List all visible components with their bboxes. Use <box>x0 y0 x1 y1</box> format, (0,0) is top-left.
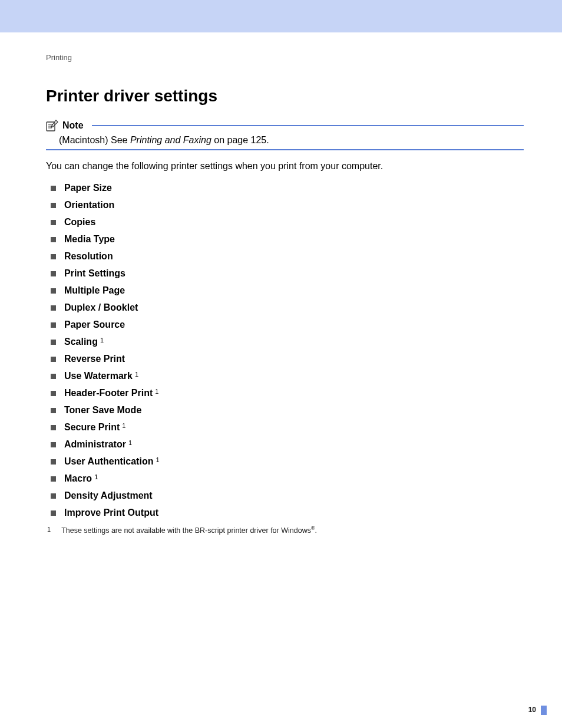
bullet-square-icon <box>51 425 56 430</box>
list-item-label: Multiple Page <box>64 285 125 296</box>
list-item-label: Administrator <box>64 439 126 450</box>
list-item: Secure Print1 <box>51 419 524 436</box>
list-item: Reverse Print <box>51 351 524 368</box>
list-item: Orientation <box>51 197 524 214</box>
list-item: Copies <box>51 214 524 231</box>
list-item: Media Type <box>51 231 524 248</box>
bullet-square-icon <box>51 271 56 276</box>
note-pencil-icon <box>46 120 59 131</box>
footnote-ref: 1 <box>94 473 98 480</box>
note-block: Note (Macintosh) See Printing and Faxing… <box>46 120 524 150</box>
bullet-square-icon <box>51 305 56 311</box>
list-item: Improve Print Output <box>51 505 524 522</box>
note-label: Note <box>62 120 84 131</box>
footnote-ref: 1 <box>100 337 104 344</box>
list-item-label: Macro <box>64 473 92 484</box>
list-item-label: Orientation <box>64 200 114 210</box>
page-number-bar <box>541 706 547 715</box>
list-item-label: Secure Print <box>64 422 120 433</box>
list-item-label: Duplex / Booklet <box>64 302 138 313</box>
list-item: Print Settings <box>51 265 524 282</box>
footnote-text-suffix: . <box>315 526 317 535</box>
footnote-number: 1 <box>47 525 51 535</box>
list-item: Resolution <box>51 248 524 265</box>
list-item-label: Paper Size <box>64 183 112 193</box>
bullet-square-icon <box>51 374 56 379</box>
footnote-ref: 1 <box>155 388 158 395</box>
bullet-square-icon <box>51 288 56 294</box>
note-rule-top <box>92 125 524 126</box>
list-item-label: Header-Footer Print <box>64 388 153 398</box>
list-item: Use Watermark1 <box>51 368 524 385</box>
bullet-square-icon <box>51 220 56 225</box>
bullet-square-icon <box>51 203 56 208</box>
bullet-square-icon <box>51 408 56 413</box>
list-item-label: Print Settings <box>64 268 125 279</box>
note-body-suffix: on page 125. <box>211 135 269 145</box>
page-title: Printer driver settings <box>46 87 524 106</box>
note-body: (Macintosh) See Printing and Faxing on p… <box>46 131 524 149</box>
list-item: Density Adjustment <box>51 487 524 505</box>
bullet-square-icon <box>51 510 56 516</box>
list-item: User Authentication1 <box>51 453 524 470</box>
bullet-square-icon <box>51 493 56 499</box>
top-band <box>0 0 562 32</box>
bullet-square-icon <box>51 186 56 191</box>
list-item-label: Reverse Print <box>64 354 125 364</box>
footnote-ref: 1 <box>128 439 132 446</box>
bullet-square-icon <box>51 237 56 242</box>
bullet-square-icon <box>51 340 56 345</box>
bullet-square-icon <box>51 391 56 396</box>
list-item-label: Use Watermark <box>64 371 133 381</box>
bullet-square-icon <box>51 459 56 465</box>
settings-list: Paper SizeOrientationCopiesMedia TypeRes… <box>46 180 524 522</box>
list-item: Toner Save Mode <box>51 402 524 419</box>
list-item-label: User Authentication <box>64 456 153 467</box>
intro-text: You can change the following printer set… <box>46 161 524 172</box>
list-item-label: Toner Save Mode <box>64 405 141 416</box>
bullet-square-icon <box>51 322 56 328</box>
list-item: Paper Source <box>51 317 524 334</box>
footnote-text-prefix: These settings are not available with th… <box>61 526 311 535</box>
list-item-label: Improve Print Output <box>64 508 158 518</box>
page-number: 10 <box>528 706 536 714</box>
footnote-text: These settings are not available with th… <box>61 525 317 535</box>
footnote-ref: 1 <box>156 456 159 463</box>
list-item: Macro1 <box>51 470 524 487</box>
list-item: Multiple Page <box>51 282 524 299</box>
footnote: 1 These settings are not available with … <box>46 525 524 535</box>
list-item-label: Media Type <box>64 234 115 245</box>
list-item: Administrator1 <box>51 436 524 453</box>
list-item-label: Resolution <box>64 251 113 262</box>
list-item-label: Copies <box>64 217 95 228</box>
list-item-label: Scaling <box>64 337 98 347</box>
bullet-square-icon <box>51 442 56 447</box>
note-rule-bottom <box>46 149 524 150</box>
list-item: Duplex / Booklet <box>51 299 524 317</box>
footnote-ref: 1 <box>135 371 138 378</box>
note-body-prefix: (Macintosh) See <box>59 135 130 145</box>
bullet-square-icon <box>51 476 56 482</box>
list-item-label: Paper Source <box>64 319 125 330</box>
bullet-square-icon <box>51 254 56 259</box>
list-item-label: Density Adjustment <box>64 490 153 501</box>
list-item: Header-Footer Print1 <box>51 385 524 402</box>
bullet-square-icon <box>51 357 56 362</box>
registered-mark: ® <box>311 525 315 531</box>
breadcrumb: Printing <box>46 53 524 62</box>
list-item: Scaling1 <box>51 334 524 351</box>
list-item: Paper Size <box>51 180 524 197</box>
note-body-emph: Printing and Faxing <box>130 135 211 145</box>
footnote-ref: 1 <box>122 422 125 429</box>
